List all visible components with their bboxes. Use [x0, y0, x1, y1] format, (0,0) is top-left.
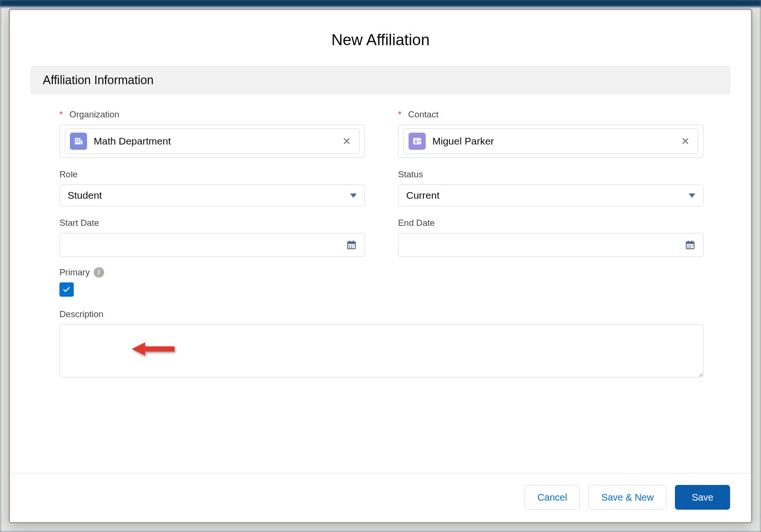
- contact-lookup[interactable]: Miguel Parker ×: [398, 125, 703, 158]
- info-icon[interactable]: i: [94, 267, 104, 278]
- chevron-down-icon: [350, 193, 357, 198]
- start-date-label: Start Date: [59, 218, 365, 228]
- svg-rect-3: [76, 141, 78, 143]
- cancel-button[interactable]: Cancel: [525, 485, 580, 510]
- field-role: Role Student: [59, 169, 365, 206]
- status-value: Current: [406, 190, 439, 201]
- contact-clear-icon[interactable]: ×: [680, 135, 691, 148]
- account-icon: [70, 133, 87, 150]
- check-icon: [62, 285, 71, 294]
- svg-rect-20: [686, 242, 694, 244]
- primary-checkbox[interactable]: [59, 282, 74, 297]
- status-select[interactable]: Current: [398, 184, 703, 206]
- svg-rect-27: [690, 247, 691, 248]
- calendar-icon[interactable]: [685, 240, 695, 250]
- svg-rect-26: [688, 247, 689, 248]
- description-textarea[interactable]: [59, 324, 703, 377]
- field-description: Description: [59, 309, 703, 379]
- section-header: Affiliation Information: [31, 66, 730, 94]
- field-start-date: Start Date: [59, 218, 365, 257]
- start-date-input[interactable]: [59, 233, 365, 257]
- role-label: Role: [59, 169, 365, 180]
- contact-label: Contact: [398, 109, 703, 120]
- svg-rect-2: [78, 139, 79, 141]
- svg-rect-17: [349, 247, 351, 248]
- svg-rect-22: [692, 241, 693, 243]
- form-body: Organization Math Department × Contact: [10, 99, 751, 473]
- calendar-icon[interactable]: [346, 240, 357, 250]
- svg-rect-24: [690, 245, 691, 246]
- organization-value: Math Department: [94, 135, 341, 147]
- svg-rect-23: [688, 245, 689, 246]
- svg-rect-21: [688, 241, 689, 243]
- primary-label-text: Primary: [59, 267, 90, 278]
- modal-header: New Affiliation: [10, 10, 751, 66]
- role-select[interactable]: Student: [59, 184, 365, 206]
- contact-icon: [409, 133, 426, 150]
- primary-label: Primary i: [59, 267, 365, 278]
- contact-value: Miguel Parker: [432, 135, 680, 147]
- modal-title: New Affiliation: [20, 31, 741, 49]
- svg-point-7: [415, 140, 417, 142]
- svg-rect-14: [349, 245, 351, 246]
- svg-rect-13: [353, 241, 354, 243]
- field-status: Status Current: [398, 169, 703, 206]
- status-label: Status: [398, 169, 703, 180]
- modal-footer: Cancel Save & New Save: [10, 473, 751, 522]
- field-organization: Organization Math Department ×: [59, 109, 365, 158]
- svg-rect-8: [419, 140, 420, 141]
- description-label: Description: [59, 309, 703, 319]
- contact-pill[interactable]: Miguel Parker ×: [403, 128, 698, 154]
- role-value: Student: [68, 190, 102, 201]
- end-date-label: End Date: [398, 218, 703, 228]
- svg-rect-4: [78, 141, 79, 143]
- organization-clear-icon[interactable]: ×: [341, 135, 352, 148]
- svg-rect-16: [353, 245, 354, 246]
- organization-lookup[interactable]: Math Department ×: [59, 125, 365, 158]
- svg-rect-9: [419, 141, 420, 142]
- svg-rect-18: [351, 247, 352, 248]
- section-title: Affiliation Information: [43, 73, 718, 87]
- new-affiliation-modal: New Affiliation Affiliation Information …: [9, 9, 752, 523]
- save-button[interactable]: Save: [675, 485, 730, 510]
- svg-rect-25: [692, 245, 693, 246]
- field-primary: Primary i: [59, 267, 365, 297]
- svg-rect-1: [76, 139, 78, 141]
- organization-pill[interactable]: Math Department ×: [65, 128, 360, 154]
- end-date-input[interactable]: [398, 233, 703, 257]
- svg-rect-15: [351, 245, 352, 246]
- save-and-new-button[interactable]: Save & New: [588, 485, 666, 510]
- organization-label: Organization: [59, 109, 365, 120]
- chevron-down-icon: [689, 193, 695, 198]
- svg-rect-5: [81, 140, 82, 144]
- field-end-date: End Date: [398, 218, 703, 257]
- svg-rect-12: [349, 241, 350, 243]
- svg-rect-0: [75, 138, 81, 144]
- field-contact: Contact Miguel Parker ×: [398, 109, 703, 158]
- svg-rect-11: [348, 242, 356, 244]
